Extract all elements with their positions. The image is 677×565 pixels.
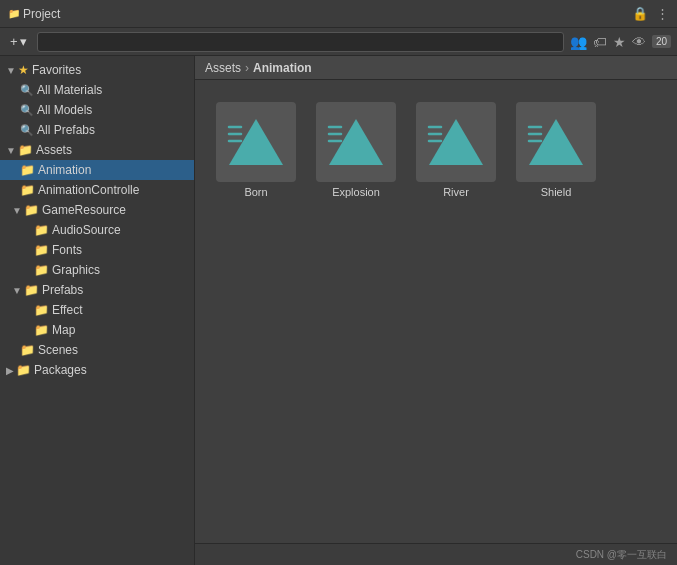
river-icon-container: [416, 102, 496, 182]
eye-icon[interactable]: 👁: [632, 34, 646, 50]
graphics-label: Graphics: [52, 263, 100, 277]
search-icon-models: 🔍: [20, 104, 34, 117]
breadcrumb-current: Animation: [253, 61, 312, 75]
title-bar-icons: 🔒 ⋮: [632, 6, 669, 21]
add-label: +: [10, 34, 18, 49]
packages-arrow: ▶: [6, 365, 14, 376]
tag-icon[interactable]: 🏷: [593, 34, 607, 50]
content-area: Assets › Animation Born: [195, 56, 677, 565]
watermark-text: CSDN @零一互联白: [576, 548, 667, 562]
sidebar-item-animation-controller[interactable]: 📁 AnimationControlle: [0, 180, 194, 200]
fonts-folder-icon: 📁: [34, 243, 49, 257]
search-icon-prefabs: 🔍: [20, 124, 34, 137]
animation-folder-icon: 📁: [20, 163, 35, 177]
star-icon[interactable]: ★: [613, 34, 626, 50]
asset-item-born[interactable]: Born: [211, 96, 301, 204]
search-input[interactable]: [37, 32, 564, 52]
packages-folder-icon: 📁: [16, 363, 31, 377]
explosion-folder-svg: [321, 107, 391, 177]
breadcrumb-root: Assets: [205, 61, 241, 75]
animation-label: Animation: [38, 163, 91, 177]
title-bar-title: Project: [23, 7, 60, 21]
anim-ctrl-folder-icon: 📁: [20, 183, 35, 197]
sidebar-item-map[interactable]: 📁 Map: [0, 320, 194, 340]
favorites-arrow: ▼: [6, 65, 16, 76]
toolbar: + ▾ 👥 🏷 ★ 👁 20: [0, 28, 677, 56]
game-resource-label: GameResource: [42, 203, 126, 217]
born-label: Born: [244, 186, 267, 198]
packages-label: Packages: [34, 363, 87, 377]
river-folder-svg: [421, 107, 491, 177]
effect-label: Effect: [52, 303, 82, 317]
sidebar-item-all-models[interactable]: 🔍 All Models: [0, 100, 194, 120]
sidebar-item-packages[interactable]: ▶ 📁 Packages: [0, 360, 194, 380]
main-layout: ▼ ★ Favorites 🔍 All Materials 🔍 All Mode…: [0, 56, 677, 565]
badge-count: 20: [652, 35, 671, 48]
sidebar-item-assets[interactable]: ▼ 📁 Assets: [0, 140, 194, 160]
audio-label: AudioSource: [52, 223, 121, 237]
prefabs-label: Prefabs: [42, 283, 83, 297]
sidebar-item-all-prefabs[interactable]: 🔍 All Prefabs: [0, 120, 194, 140]
sidebar-item-graphics[interactable]: 📁 Graphics: [0, 260, 194, 280]
assets-arrow: ▼: [6, 145, 16, 156]
map-label: Map: [52, 323, 75, 337]
fonts-label: Fonts: [52, 243, 82, 257]
sidebar-item-scenes[interactable]: 📁 Scenes: [0, 340, 194, 360]
game-resource-arrow: ▼: [12, 205, 22, 216]
title-bar: 📁 Project 🔒 ⋮: [0, 0, 677, 28]
sidebar-item-effect[interactable]: 📁 Effect: [0, 300, 194, 320]
scenes-folder-icon: 📁: [20, 343, 35, 357]
shield-label: Shield: [541, 186, 572, 198]
anim-ctrl-label: AnimationControlle: [38, 183, 139, 197]
born-icon-container: [216, 102, 296, 182]
sidebar-item-all-materials[interactable]: 🔍 All Materials: [0, 80, 194, 100]
all-materials-label: All Materials: [37, 83, 102, 97]
prefabs-folder-icon: 📁: [24, 283, 39, 297]
asset-item-shield[interactable]: Shield: [511, 96, 601, 204]
sidebar-item-prefabs[interactable]: ▼ 📁 Prefabs: [0, 280, 194, 300]
shield-icon-container: [516, 102, 596, 182]
sidebar-item-animation[interactable]: 📁 Animation: [0, 160, 194, 180]
asset-item-river[interactable]: River: [411, 96, 501, 204]
asset-item-explosion[interactable]: Explosion: [311, 96, 401, 204]
favorites-star-icon: ★: [18, 63, 29, 77]
river-label: River: [443, 186, 469, 198]
dropdown-arrow: ▾: [20, 34, 27, 49]
status-bar: CSDN @零一互联白: [195, 543, 677, 565]
breadcrumb-bar: Assets › Animation: [195, 56, 677, 80]
effect-folder-icon: 📁: [34, 303, 49, 317]
favorites-label: Favorites: [32, 63, 81, 77]
all-models-label: All Models: [37, 103, 92, 117]
assets-folder-icon: 📁: [18, 143, 33, 157]
toolbar-right-icons: 👥 🏷 ★ 👁 20: [570, 34, 671, 50]
scenes-label: Scenes: [38, 343, 78, 357]
explosion-icon-container: [316, 102, 396, 182]
asset-grid: Born Explosion: [195, 80, 677, 543]
born-folder-svg: [221, 107, 291, 177]
sidebar-item-game-resource[interactable]: ▼ 📁 GameResource: [0, 200, 194, 220]
add-button[interactable]: + ▾: [6, 32, 31, 51]
sidebar: ▼ ★ Favorites 🔍 All Materials 🔍 All Mode…: [0, 56, 195, 565]
breadcrumb-separator: ›: [245, 61, 249, 75]
map-folder-icon: 📁: [34, 323, 49, 337]
sidebar-item-fonts[interactable]: 📁 Fonts: [0, 240, 194, 260]
graphics-folder-icon: 📁: [34, 263, 49, 277]
people-icon[interactable]: 👥: [570, 34, 587, 50]
prefabs-arrow: ▼: [12, 285, 22, 296]
sidebar-item-favorites[interactable]: ▼ ★ Favorites: [0, 60, 194, 80]
menu-icon[interactable]: ⋮: [656, 6, 669, 21]
search-icon-materials: 🔍: [20, 84, 34, 97]
assets-label: Assets: [36, 143, 72, 157]
lock-icon[interactable]: 🔒: [632, 6, 648, 21]
title-bar-folder-icon: 📁: [8, 8, 20, 19]
sidebar-item-audio-source[interactable]: 📁 AudioSource: [0, 220, 194, 240]
game-resource-folder-icon: 📁: [24, 203, 39, 217]
audio-folder-icon: 📁: [34, 223, 49, 237]
all-prefabs-label: All Prefabs: [37, 123, 95, 137]
explosion-label: Explosion: [332, 186, 380, 198]
shield-folder-svg: [521, 107, 591, 177]
